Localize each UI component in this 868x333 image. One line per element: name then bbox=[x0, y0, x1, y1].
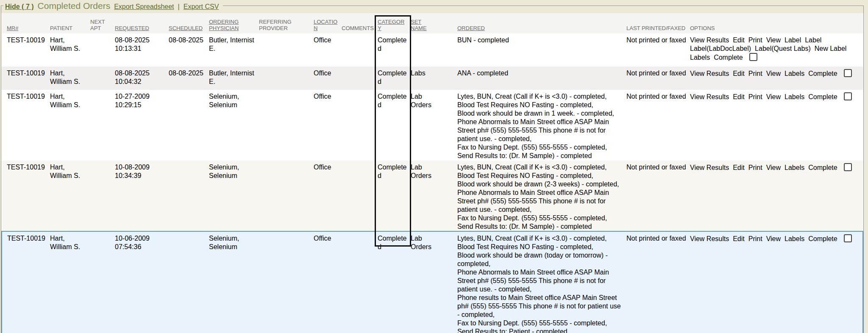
print-link[interactable]: Print bbox=[748, 70, 762, 77]
cell-comments bbox=[341, 90, 377, 161]
sort-category-link[interactable]: CATEGORY bbox=[378, 19, 404, 31]
edit-link[interactable]: Edit bbox=[733, 164, 745, 171]
complete-link[interactable]: Complete bbox=[808, 93, 837, 100]
col-header-last-printed-faxed: LAST PRINTED/FAXED bbox=[626, 13, 689, 33]
completed-orders-table: MR# PATIENT NEXT APT REQUESTED SCHEDULED… bbox=[1, 13, 863, 333]
cell-location: Office bbox=[313, 231, 341, 333]
view-results-link[interactable]: View Results bbox=[690, 235, 729, 242]
col-header-ordered: ORDERED bbox=[440, 13, 626, 33]
cell-options: View ResultsEditPrintViewLabelLabelLabel… bbox=[689, 33, 863, 67]
labels-link[interactable]: Labels bbox=[785, 164, 804, 171]
edit-link[interactable]: Edit bbox=[733, 36, 745, 44]
cell-category: Completed bbox=[377, 67, 410, 90]
edit-link[interactable]: Edit bbox=[733, 235, 745, 242]
complete-checkbox[interactable] bbox=[844, 69, 852, 77]
print-link[interactable]: Print bbox=[748, 93, 762, 100]
cell-comments bbox=[341, 67, 377, 90]
view-link[interactable]: View bbox=[766, 164, 781, 171]
cell-patient: Hart, William S. bbox=[49, 33, 89, 67]
label-link[interactable]: Label bbox=[785, 36, 801, 44]
complete-link[interactable]: Complete bbox=[714, 54, 743, 61]
edit-link[interactable]: Edit bbox=[733, 70, 745, 77]
print-link[interactable]: Print bbox=[748, 235, 762, 242]
cell-last-printed-faxed: Not printed or faxed bbox=[626, 231, 689, 333]
cell-next-apt bbox=[89, 33, 114, 67]
label-link[interactable]: Label bbox=[805, 36, 821, 44]
sort-ordered-link[interactable]: ORDERED bbox=[457, 25, 485, 31]
sort-scheduled-link[interactable]: SCHEDULED bbox=[169, 25, 203, 31]
view-link[interactable]: View bbox=[766, 93, 781, 100]
page-title: Completed Orders bbox=[38, 1, 111, 11]
cell-ordering-physician: Butler, Internist E. bbox=[208, 33, 258, 67]
labels-link[interactable]: Labels bbox=[785, 235, 804, 242]
complete-link[interactable]: Complete bbox=[808, 164, 837, 171]
print-link[interactable]: Print bbox=[748, 164, 762, 171]
view-results-link[interactable]: View Results bbox=[690, 164, 729, 171]
cell-requested: 10-08-2009 10:34:39 bbox=[114, 161, 168, 231]
table-header-row: MR# PATIENT NEXT APT REQUESTED SCHEDULED… bbox=[2, 13, 863, 33]
view-results-link[interactable]: View Results bbox=[690, 36, 729, 44]
cell-ordered: Lytes, BUN, Creat (Call if K+ is <3.0) -… bbox=[440, 90, 626, 161]
cell-location: Office bbox=[313, 67, 341, 90]
cell-mr: TEST-10019 bbox=[2, 231, 49, 333]
cell-comments bbox=[341, 231, 377, 333]
col-header-referring-provider: REFERRING PROVIDER bbox=[258, 13, 313, 33]
cell-ordered: BUN - completed bbox=[440, 33, 626, 67]
cell-next-apt bbox=[89, 90, 114, 161]
orders-table-container: MR# PATIENT NEXT APT REQUESTED SCHEDULED… bbox=[1, 13, 863, 333]
view-results-link[interactable]: View Results bbox=[690, 70, 729, 77]
cell-scheduled: 08-08-2025 bbox=[168, 67, 208, 90]
cell-options: View ResultsEditPrintViewLabelsComplete bbox=[689, 231, 863, 333]
sort-ordering-physician-link[interactable]: ORDERING PHYSICIAN bbox=[209, 19, 239, 31]
cell-last-printed-faxed: Not printed or faxed bbox=[626, 90, 689, 161]
cell-set-name bbox=[410, 33, 440, 67]
edit-link[interactable]: Edit bbox=[733, 93, 745, 100]
cell-set-name: Lab Orders bbox=[410, 231, 440, 333]
cell-last-printed-faxed: Not printed or faxed bbox=[626, 67, 689, 90]
view-results-link[interactable]: View Results bbox=[690, 93, 729, 100]
labels-link[interactable]: Labels bbox=[785, 70, 804, 77]
cell-set-name: Lab Orders bbox=[410, 90, 440, 161]
cell-comments bbox=[341, 33, 377, 67]
hide-link[interactable]: Hide ( 7 ) bbox=[5, 3, 34, 11]
cell-ordering-physician: Selenium, Selenium bbox=[208, 90, 258, 161]
sort-set-name-link[interactable]: SET NAME bbox=[411, 19, 427, 31]
complete-checkbox[interactable] bbox=[844, 92, 852, 100]
col-header-requested: REQUESTED bbox=[114, 13, 168, 33]
export-spreadsheet-link[interactable]: Export Spreadsheet bbox=[114, 3, 174, 11]
table-row: TEST-10019 Hart, William S. 08-08-2025 1… bbox=[2, 67, 863, 90]
labels-link[interactable]: Labels bbox=[690, 54, 710, 61]
print-link[interactable]: Print bbox=[748, 36, 762, 44]
new-label-link[interactable]: New Label bbox=[815, 45, 847, 52]
quest-labs-label-link[interactable]: Label(Quest Labs) bbox=[755, 45, 811, 52]
complete-checkbox[interactable] bbox=[844, 234, 852, 242]
sort-requested-link[interactable]: REQUESTED bbox=[115, 25, 149, 31]
table-row-selected: TEST-10019 Hart, William S. 10-06-2009 0… bbox=[2, 231, 863, 333]
cell-category: Completed bbox=[377, 90, 410, 161]
labdoclabel-link[interactable]: Label(LabDocLabel) bbox=[690, 45, 751, 52]
complete-link[interactable]: Complete bbox=[808, 70, 837, 77]
view-link[interactable]: View bbox=[766, 70, 781, 77]
cell-comments bbox=[341, 161, 377, 231]
cell-set-name: Lab Orders bbox=[410, 161, 440, 231]
complete-checkbox[interactable] bbox=[749, 53, 757, 61]
complete-link[interactable]: Complete bbox=[808, 235, 837, 242]
cell-ordered: ANA - completed bbox=[440, 67, 626, 90]
export-csv-link[interactable]: Export CSV bbox=[184, 3, 219, 11]
cell-scheduled: 08-08-2025 bbox=[168, 33, 208, 67]
sort-location-link[interactable]: LOCATION bbox=[314, 19, 337, 31]
view-link[interactable]: View bbox=[766, 36, 781, 44]
cell-scheduled bbox=[168, 231, 208, 333]
labels-link[interactable]: Labels bbox=[785, 93, 804, 100]
sort-mr-link[interactable]: MR# bbox=[7, 25, 18, 31]
cell-options: View ResultsEditPrintViewLabelsComplete bbox=[689, 161, 863, 231]
col-header-patient: PATIENT bbox=[49, 13, 89, 33]
cell-requested: 10-06-2009 07:54:36 bbox=[114, 231, 168, 333]
cell-last-printed-faxed: Not printed or faxed bbox=[626, 33, 689, 67]
col-header-ordering-physician: ORDERING PHYSICIAN bbox=[208, 13, 258, 33]
view-link[interactable]: View bbox=[766, 235, 781, 242]
col-header-set-name: SET NAME bbox=[410, 13, 440, 33]
cell-last-printed-faxed: Not printed or faxed bbox=[626, 161, 689, 231]
cell-options: View ResultsEditPrintViewLabelsComplete bbox=[689, 67, 863, 90]
complete-checkbox[interactable] bbox=[844, 163, 852, 171]
